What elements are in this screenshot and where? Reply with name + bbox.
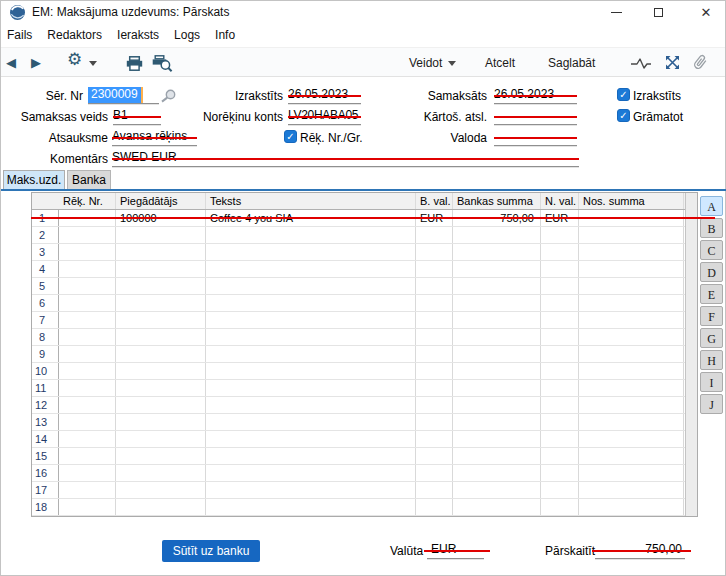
grid-row-number[interactable]: 9 [32, 346, 59, 362]
grid-cell[interactable] [454, 448, 541, 464]
grid-cell[interactable] [60, 227, 116, 243]
grid-cell[interactable] [207, 448, 416, 464]
grid-cell[interactable] [117, 414, 206, 430]
forward-button[interactable]: ▶ [31, 55, 41, 70]
grid-cell[interactable] [60, 363, 116, 379]
grid-cell[interactable] [417, 465, 453, 481]
grid-cell[interactable] [117, 431, 206, 447]
side-tab-g[interactable]: G [700, 328, 723, 348]
grid-cell[interactable]: Coffee 4 you SIA [207, 210, 416, 226]
izrakstits-date-field[interactable]: 26.05.2023 [288, 87, 361, 104]
grid-cell[interactable] [60, 397, 116, 413]
side-tab-i[interactable]: I [700, 372, 723, 392]
grid-cell[interactable]: EUR [542, 210, 579, 226]
grid-cell[interactable] [580, 499, 684, 515]
rek-nr-gr-checkbox[interactable]: ✓ [284, 130, 297, 143]
grid-cell[interactable] [454, 244, 541, 260]
grid-cell[interactable] [542, 329, 579, 345]
grid-row-number[interactable]: 13 [32, 414, 59, 430]
grid-cell[interactable] [542, 482, 579, 498]
grid-cell[interactable] [454, 380, 541, 396]
grid-cell[interactable] [580, 261, 684, 277]
grid-cell[interactable] [117, 380, 206, 396]
grid-cell[interactable] [60, 244, 116, 260]
grid-cell[interactable] [207, 363, 416, 379]
grid-cell[interactable] [454, 363, 541, 379]
grid-row-number[interactable]: 1 [32, 210, 59, 226]
side-tab-h[interactable]: H [700, 350, 723, 370]
grid-cell[interactable] [207, 227, 416, 243]
grid-row-number[interactable]: 5 [32, 278, 59, 294]
grid-cell[interactable] [454, 431, 541, 447]
grid-cell[interactable] [207, 295, 416, 311]
grid-cell[interactable] [580, 244, 684, 260]
grid-cell[interactable] [542, 414, 579, 430]
close-button[interactable]: ✕ [688, 1, 724, 24]
grid-cell[interactable] [542, 448, 579, 464]
menu-item-ieraksts[interactable]: Ieraksts [117, 28, 159, 42]
grid-cell[interactable] [542, 465, 579, 481]
grid-cell[interactable] [580, 227, 684, 243]
menu-item-redaktors[interactable]: Redaktors [47, 28, 102, 42]
grid-cell[interactable] [580, 295, 684, 311]
grid-cell[interactable] [417, 380, 453, 396]
expand-window-button[interactable] [665, 55, 680, 70]
maximize-button[interactable] [640, 1, 676, 24]
grid-cell[interactable] [454, 346, 541, 362]
grid-cell[interactable]: 100000 [117, 210, 206, 226]
side-tab-a[interactable]: A [700, 196, 723, 216]
attachments-button[interactable] [692, 54, 708, 71]
grid-cell[interactable] [580, 312, 684, 328]
grid-row-number[interactable]: 10 [32, 363, 59, 379]
grid-cell[interactable] [580, 380, 684, 396]
grid-cell[interactable] [60, 380, 116, 396]
grid-cell[interactable] [542, 261, 579, 277]
grid-cell[interactable] [454, 465, 541, 481]
grid-cell[interactable] [580, 465, 684, 481]
grid-cell[interactable] [60, 499, 116, 515]
grid-cell[interactable] [417, 414, 453, 430]
grid-row-number[interactable]: 15 [32, 448, 59, 464]
grid-cell[interactable] [417, 295, 453, 311]
grid-row-number[interactable]: 4 [32, 261, 59, 277]
grid-cell[interactable] [542, 278, 579, 294]
atcelt-button[interactable]: Atcelt [485, 56, 515, 70]
grid-cell[interactable]: 750,00 [454, 210, 541, 226]
grid-row-number[interactable]: 18 [32, 499, 59, 515]
grid-cell[interactable] [417, 397, 453, 413]
grid-cell[interactable] [454, 499, 541, 515]
valuta-field[interactable]: EUR [427, 542, 484, 559]
side-tab-c[interactable]: C [700, 240, 723, 260]
grid-cell[interactable] [117, 295, 206, 311]
grid-row-number[interactable]: 12 [32, 397, 59, 413]
side-tab-e[interactable]: E [700, 284, 723, 304]
grid-column-header[interactable]: Nos. summa [580, 193, 684, 209]
grid-cell[interactable] [207, 397, 416, 413]
grid-cell[interactable] [60, 278, 116, 294]
atsauksme-field[interactable]: Avansa rēķins [112, 129, 197, 146]
grid-cell[interactable] [207, 261, 416, 277]
grid-row-number[interactable]: 7 [32, 312, 59, 328]
grid-cell[interactable] [207, 482, 416, 498]
grid-row-number[interactable]: 8 [32, 329, 59, 345]
grid-cell[interactable] [417, 499, 453, 515]
grid-cell[interactable] [542, 363, 579, 379]
grid-cell[interactable] [417, 329, 453, 345]
grid-cell[interactable] [207, 499, 416, 515]
grid-cell[interactable] [580, 210, 684, 226]
grid-row-number[interactable]: 6 [32, 295, 59, 311]
grid-cell[interactable] [117, 261, 206, 277]
grid-cell[interactable] [207, 380, 416, 396]
grid-cell[interactable] [542, 346, 579, 362]
grid-cell[interactable] [207, 346, 416, 362]
grid-column-header[interactable]: Bankas summa [454, 193, 541, 209]
grid-cell[interactable] [417, 244, 453, 260]
grid-cell[interactable] [542, 295, 579, 311]
grid-cell[interactable] [454, 261, 541, 277]
veidot-caret-icon[interactable] [448, 61, 456, 66]
grid-cell[interactable] [580, 448, 684, 464]
grid-cell[interactable] [117, 397, 206, 413]
grid-cell[interactable] [417, 346, 453, 362]
grid-column-header[interactable]: B. val. [417, 193, 453, 209]
grid-cell[interactable] [60, 448, 116, 464]
